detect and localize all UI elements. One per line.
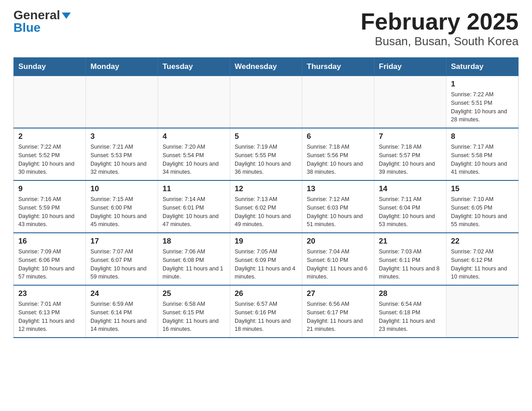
logo: General Blue: [13, 9, 71, 34]
calendar-cell: 24Sunrise: 6:59 AM Sunset: 6:14 PM Dayli…: [86, 285, 158, 338]
day-info: Sunrise: 7:06 AM Sunset: 6:08 PM Dayligh…: [163, 248, 225, 281]
day-number: 17: [90, 237, 153, 246]
days-of-week-row: SundayMondayTuesdayWednesdayThursdayFrid…: [14, 58, 519, 76]
calendar-cell: 7Sunrise: 7:18 AM Sunset: 5:57 PM Daylig…: [374, 128, 446, 180]
day-info: Sunrise: 6:58 AM Sunset: 6:15 PM Dayligh…: [163, 300, 225, 334]
calendar-cell: 23Sunrise: 7:01 AM Sunset: 6:13 PM Dayli…: [14, 285, 86, 338]
calendar-cell: 10Sunrise: 7:15 AM Sunset: 6:00 PM Dayli…: [86, 180, 158, 233]
day-number: 14: [379, 184, 442, 193]
day-number: 7: [379, 132, 442, 141]
day-of-week-header: Thursday: [302, 58, 374, 76]
day-info: Sunrise: 7:12 AM Sunset: 6:03 PM Dayligh…: [307, 195, 369, 229]
calendar-cell: [158, 76, 230, 128]
calendar-cell: 4Sunrise: 7:20 AM Sunset: 5:54 PM Daylig…: [158, 128, 230, 180]
day-number: 28: [379, 289, 442, 298]
day-number: 10: [90, 184, 153, 193]
day-info: Sunrise: 7:07 AM Sunset: 6:07 PM Dayligh…: [90, 248, 153, 281]
calendar-cell: 21Sunrise: 7:03 AM Sunset: 6:11 PM Dayli…: [374, 233, 446, 285]
day-number: 9: [18, 184, 81, 193]
day-info: Sunrise: 7:11 AM Sunset: 6:04 PM Dayligh…: [379, 195, 442, 229]
calendar-cell: 14Sunrise: 7:11 AM Sunset: 6:04 PM Dayli…: [374, 180, 446, 233]
day-info: Sunrise: 7:13 AM Sunset: 6:02 PM Dayligh…: [235, 195, 297, 229]
logo-blue: Blue: [13, 21, 41, 34]
calendar-cell: 22Sunrise: 7:02 AM Sunset: 6:12 PM Dayli…: [446, 233, 519, 285]
day-info: Sunrise: 6:57 AM Sunset: 6:16 PM Dayligh…: [235, 300, 297, 334]
day-info: Sunrise: 7:21 AM Sunset: 5:53 PM Dayligh…: [90, 143, 153, 176]
calendar-cell: 18Sunrise: 7:06 AM Sunset: 6:08 PM Dayli…: [158, 233, 230, 285]
day-info: Sunrise: 7:05 AM Sunset: 6:09 PM Dayligh…: [235, 248, 297, 281]
day-number: 21: [379, 237, 442, 246]
day-number: 5: [235, 132, 297, 141]
calendar-cell: [302, 76, 374, 128]
day-of-week-header: Friday: [374, 58, 446, 76]
day-number: 27: [307, 289, 369, 298]
day-of-week-header: Saturday: [446, 58, 519, 76]
day-info: Sunrise: 7:22 AM Sunset: 5:52 PM Dayligh…: [18, 143, 81, 176]
day-number: 6: [307, 132, 369, 141]
day-number: 24: [90, 289, 153, 298]
page-header: General Blue February 2025 Busan, Busan,…: [13, 9, 519, 48]
calendar-cell: [14, 76, 86, 128]
day-info: Sunrise: 7:03 AM Sunset: 6:11 PM Dayligh…: [379, 248, 442, 281]
calendar-cell: 26Sunrise: 6:57 AM Sunset: 6:16 PM Dayli…: [230, 285, 302, 338]
day-number: 26: [235, 289, 297, 298]
day-info: Sunrise: 7:20 AM Sunset: 5:54 PM Dayligh…: [163, 143, 225, 176]
calendar-cell: 16Sunrise: 7:09 AM Sunset: 6:06 PM Dayli…: [14, 233, 86, 285]
calendar-cell: [230, 76, 302, 128]
day-of-week-header: Sunday: [14, 58, 86, 76]
calendar-table: SundayMondayTuesdayWednesdayThursdayFrid…: [13, 57, 519, 338]
day-info: Sunrise: 7:14 AM Sunset: 6:01 PM Dayligh…: [163, 195, 225, 229]
calendar-header: SundayMondayTuesdayWednesdayThursdayFrid…: [14, 58, 519, 76]
logo-general: General: [13, 8, 60, 22]
day-number: 22: [451, 237, 514, 246]
day-number: 4: [163, 132, 225, 141]
calendar-week-row: 16Sunrise: 7:09 AM Sunset: 6:06 PM Dayli…: [14, 233, 519, 285]
calendar-cell: 25Sunrise: 6:58 AM Sunset: 6:15 PM Dayli…: [158, 285, 230, 338]
day-info: Sunrise: 7:01 AM Sunset: 6:13 PM Dayligh…: [18, 300, 81, 334]
day-number: 23: [18, 289, 81, 298]
day-info: Sunrise: 7:18 AM Sunset: 5:56 PM Dayligh…: [307, 143, 369, 176]
calendar-cell: 8Sunrise: 7:17 AM Sunset: 5:58 PM Daylig…: [446, 128, 519, 180]
calendar-cell: 20Sunrise: 7:04 AM Sunset: 6:10 PM Dayli…: [302, 233, 374, 285]
day-number: 25: [163, 289, 225, 298]
day-info: Sunrise: 7:09 AM Sunset: 6:06 PM Dayligh…: [18, 248, 81, 281]
calendar-cell: 17Sunrise: 7:07 AM Sunset: 6:07 PM Dayli…: [86, 233, 158, 285]
day-info: Sunrise: 7:16 AM Sunset: 5:59 PM Dayligh…: [18, 195, 81, 229]
day-info: Sunrise: 7:10 AM Sunset: 6:05 PM Dayligh…: [451, 195, 514, 229]
day-info: Sunrise: 6:59 AM Sunset: 6:14 PM Dayligh…: [90, 300, 153, 334]
day-number: 15: [451, 184, 514, 193]
day-number: 2: [18, 132, 81, 141]
calendar-week-row: 23Sunrise: 7:01 AM Sunset: 6:13 PM Dayli…: [14, 285, 519, 338]
title-block: February 2025 Busan, Busan, South Korea: [360, 9, 519, 48]
calendar-cell: 13Sunrise: 7:12 AM Sunset: 6:03 PM Dayli…: [302, 180, 374, 233]
calendar-cell: 11Sunrise: 7:14 AM Sunset: 6:01 PM Dayli…: [158, 180, 230, 233]
day-number: 19: [235, 237, 297, 246]
calendar-cell: 1Sunrise: 7:22 AM Sunset: 5:51 PM Daylig…: [446, 76, 519, 128]
day-of-week-header: Tuesday: [158, 58, 230, 76]
calendar-week-row: 2Sunrise: 7:22 AM Sunset: 5:52 PM Daylig…: [14, 128, 519, 180]
calendar-cell: [86, 76, 158, 128]
calendar-cell: 2Sunrise: 7:22 AM Sunset: 5:52 PM Daylig…: [14, 128, 86, 180]
calendar-cell: [374, 76, 446, 128]
day-info: Sunrise: 7:22 AM Sunset: 5:51 PM Dayligh…: [451, 90, 514, 124]
day-of-week-header: Wednesday: [230, 58, 302, 76]
day-info: Sunrise: 6:56 AM Sunset: 6:17 PM Dayligh…: [307, 300, 369, 334]
page-subtitle: Busan, Busan, South Korea: [360, 34, 519, 48]
day-number: 16: [18, 237, 81, 246]
day-number: 3: [90, 132, 153, 141]
calendar-cell: 12Sunrise: 7:13 AM Sunset: 6:02 PM Dayli…: [230, 180, 302, 233]
calendar-cell: 6Sunrise: 7:18 AM Sunset: 5:56 PM Daylig…: [302, 128, 374, 180]
day-number: 12: [235, 184, 297, 193]
calendar-cell: 15Sunrise: 7:10 AM Sunset: 6:05 PM Dayli…: [446, 180, 519, 233]
day-number: 18: [163, 237, 225, 246]
day-number: 20: [307, 237, 369, 246]
calendar-cell: 19Sunrise: 7:05 AM Sunset: 6:09 PM Dayli…: [230, 233, 302, 285]
day-number: 1: [451, 80, 514, 89]
day-info: Sunrise: 7:02 AM Sunset: 6:12 PM Dayligh…: [451, 248, 514, 281]
day-info: Sunrise: 7:19 AM Sunset: 5:55 PM Dayligh…: [235, 143, 297, 176]
day-info: Sunrise: 6:54 AM Sunset: 6:18 PM Dayligh…: [379, 300, 442, 334]
day-info: Sunrise: 7:18 AM Sunset: 5:57 PM Dayligh…: [379, 143, 442, 176]
day-info: Sunrise: 7:17 AM Sunset: 5:58 PM Dayligh…: [451, 143, 514, 176]
logo-triangle-icon: [62, 13, 71, 19]
day-number: 11: [163, 184, 225, 193]
